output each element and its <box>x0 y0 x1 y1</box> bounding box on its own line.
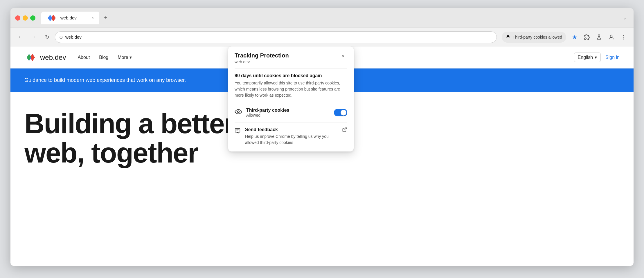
feedback-icon <box>235 128 241 136</box>
close-button[interactable] <box>15 15 20 21</box>
tab-bar: web.dev × + <box>41 12 617 24</box>
back-button[interactable]: ← <box>15 32 26 42</box>
active-tab[interactable]: web.dev × <box>41 12 99 24</box>
minimize-button[interactable] <box>23 15 28 21</box>
nav-right-icons: ★ <box>569 32 629 43</box>
feedback-label: Send feedback <box>245 127 338 132</box>
nav-more-dropdown[interactable]: More ▾ <box>118 55 132 60</box>
refresh-button[interactable]: ↻ <box>42 32 52 42</box>
cookies-status: Allowed <box>246 113 330 118</box>
cookies-label: Third-party cookies <box>246 108 330 113</box>
site-navigation: About Blog More ▾ <box>78 55 132 60</box>
external-link-icon[interactable] <box>342 127 347 133</box>
webdev-logo-icon <box>24 51 37 64</box>
language-selector[interactable]: English ▾ <box>574 53 601 62</box>
svg-point-1 <box>610 35 612 37</box>
maximize-button[interactable] <box>30 15 35 21</box>
profile-button[interactable] <box>606 32 617 43</box>
address-bar[interactable]: ⊙ web.dev <box>55 32 497 43</box>
svg-point-5 <box>238 111 240 113</box>
cookies-eye-icon <box>235 108 242 117</box>
feedback-label-group: Send feedback Help us improve Chrome by … <box>245 127 338 146</box>
popup-days-section: 90 days until cookies are blocked again … <box>228 68 354 103</box>
popup-feedback-row: Send feedback Help us improve Chrome by … <box>228 122 354 151</box>
popup-header: Tracking Protection web.dev × <box>228 46 354 68</box>
site-header-right: English ▾ Sign in <box>574 53 620 62</box>
cookies-label-group: Third-party cookies Allowed <box>246 108 330 118</box>
traffic-lights <box>15 15 35 21</box>
svg-rect-6 <box>235 129 240 132</box>
browser-window: web.dev × + ⌄ ← → ↻ ⊙ web.dev 👁 Third-pa… <box>10 8 634 266</box>
nav-more-label: More <box>118 55 128 60</box>
popup-title-group: Tracking Protection web.dev <box>235 52 339 64</box>
bookmark-button[interactable]: ★ <box>569 32 580 43</box>
popup-subtitle: web.dev <box>235 59 339 64</box>
menu-button[interactable] <box>618 32 629 43</box>
site-logo: web.dev <box>24 51 66 64</box>
eye-indicator-icon: 👁 <box>506 35 510 40</box>
nav-about-link[interactable]: About <box>78 55 90 60</box>
cookie-indicator-text: Third-party cookies allowed <box>513 35 562 39</box>
popup-days-title: 90 days until cookies are blocked again <box>235 73 347 78</box>
title-bar-right: ⌄ <box>621 14 629 22</box>
popup-cookies-row: Third-party cookies Allowed <box>228 103 354 122</box>
sign-in-button[interactable]: Sign in <box>605 55 620 60</box>
popup-close-button[interactable]: × <box>339 52 347 60</box>
forward-button[interactable]: → <box>28 32 39 42</box>
language-label: English <box>578 55 593 60</box>
tab-title: web.dev <box>60 15 88 20</box>
nav-more-chevron-icon: ▾ <box>129 55 132 60</box>
labs-button[interactable] <box>593 32 605 43</box>
tab-favicon-icon <box>45 12 58 24</box>
svg-line-9 <box>344 128 347 130</box>
svg-point-3 <box>623 37 624 37</box>
language-chevron-icon: ▾ <box>595 55 597 60</box>
address-icon: ⊙ <box>59 35 63 40</box>
address-text: web.dev <box>65 35 492 39</box>
tab-close-button[interactable]: × <box>90 15 95 21</box>
nav-blog-link[interactable]: Blog <box>99 55 108 60</box>
popup-title: Tracking Protection <box>235 52 339 59</box>
web-content: web.dev About Blog More ▾ English ▾ Sign… <box>10 46 634 266</box>
feedback-desc: Help us improve Chrome by telling us why… <box>245 133 338 146</box>
title-bar: web.dev × + ⌄ <box>10 8 634 28</box>
expand-button[interactable]: ⌄ <box>621 14 629 22</box>
cookie-indicator-badge[interactable]: 👁 Third-party cookies allowed <box>502 32 566 43</box>
tracking-protection-popup: Tracking Protection web.dev × 90 days un… <box>228 46 354 151</box>
svg-point-2 <box>623 35 624 36</box>
svg-point-4 <box>623 39 624 39</box>
extensions-button[interactable] <box>581 32 592 43</box>
site-logo-text: web.dev <box>40 53 66 62</box>
cookies-toggle[interactable] <box>334 109 347 116</box>
toggle-knob <box>341 110 346 115</box>
site-banner-text: Guidance to build modern web experiences… <box>24 77 186 83</box>
navigation-bar: ← → ↻ ⊙ web.dev 👁 Third-party cookies al… <box>10 28 634 46</box>
new-tab-button[interactable]: + <box>100 13 111 23</box>
popup-days-desc: You temporarily allowed this site to use… <box>235 80 347 98</box>
